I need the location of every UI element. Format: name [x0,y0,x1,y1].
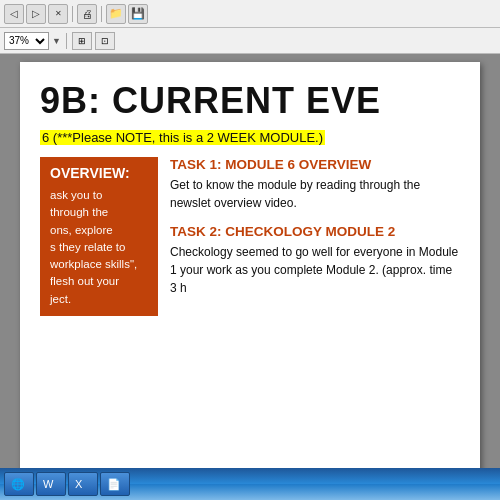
document-page: 9B: CURRENT EVE 6 (***Please NOTE, this … [20,62,480,500]
overview-box: OVERVIEW: ask you to through the ons, ex… [40,157,158,316]
view-double-btn[interactable]: ⊡ [95,32,115,50]
overview-line4: s they relate to [50,239,148,256]
toolbar-forward-btn[interactable]: ▷ [26,4,46,24]
taskbar-ie-btn[interactable]: 🌐 [4,472,34,496]
toolbar-print-btn[interactable]: 🖨 [77,4,97,24]
toolbar-back-btn[interactable]: ◁ [4,4,24,24]
task2-heading: TASK 2: CHECKOLOGY MODULE 2 [170,224,460,239]
subtitle-prefix: 6 ( [42,130,57,145]
overview-line5: workplace skills", [50,256,148,273]
page-title: 9B: CURRENT EVE [40,80,460,122]
excel-icon: X [75,478,82,490]
taskbar: 🌐 W X 📄 [0,468,500,500]
doc-icon: 📄 [107,478,121,491]
overview-line1: ask you to [50,187,148,204]
overview-line6: flesh out your [50,273,148,290]
task1-body: Get to know the module by reading throug… [170,176,460,212]
toolbar-stop-btn[interactable]: ✕ [48,4,68,24]
tasks-area: TASK 1: MODULE 6 OVERVIEW Get to know th… [170,157,460,316]
taskbar-word-btn[interactable]: W [36,472,66,496]
view-single-btn[interactable]: ⊞ [72,32,92,50]
word-icon: W [43,478,53,490]
separator2 [101,6,102,22]
taskbar-excel-btn[interactable]: X [68,472,98,496]
overview-line2: through the [50,204,148,221]
window: ◁ ▷ ✕ 🖨 📁 💾 37% 50% 75% 100% ▼ ⊞ ⊡ 9B: C… [0,0,500,500]
content-row: OVERVIEW: ask you to through the ons, ex… [40,157,460,316]
taskbar-doc-btn[interactable]: 📄 [100,472,130,496]
overview-line7: ject. [50,291,148,308]
subtitle-note: ***Please NOTE, this is a 2 WEEK MODULE. [57,130,319,145]
overview-line3: ons, explore [50,222,148,239]
zoom-select[interactable]: 37% 50% 75% 100% [4,32,49,50]
toolbar-row2: 37% 50% 75% 100% ▼ ⊞ ⊡ [0,28,500,54]
document-area: 9B: CURRENT EVE 6 (***Please NOTE, this … [0,54,500,500]
separator1 [72,6,73,22]
overview-body: ask you to through the ons, explore s th… [50,187,148,308]
page-subtitle: 6 (***Please NOTE, this is a 2 WEEK MODU… [40,128,460,157]
task1-heading: TASK 1: MODULE 6 OVERVIEW [170,157,460,172]
subtitle-text: 6 (***Please NOTE, this is a 2 WEEK MODU… [40,130,325,145]
overview-title: OVERVIEW: [50,165,148,181]
toolbar-save-btn[interactable]: 💾 [128,4,148,24]
toolbar-open-btn[interactable]: 📁 [106,4,126,24]
task2-body: Checkology seemed to go well for everyon… [170,243,460,297]
toolbar-row1: ◁ ▷ ✕ 🖨 📁 💾 [0,0,500,28]
subtitle-close: ) [319,130,323,145]
ie-icon: 🌐 [11,478,25,491]
separator3 [66,33,67,49]
